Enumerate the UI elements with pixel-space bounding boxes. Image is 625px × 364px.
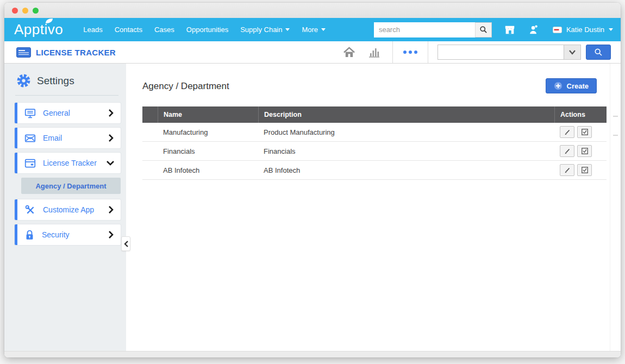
create-button[interactable]: Create bbox=[546, 78, 597, 93]
app-title-wrap: LICENSE TRACKER bbox=[16, 47, 116, 58]
sidebar-item-label: Security bbox=[42, 230, 70, 239]
pencil-icon bbox=[564, 166, 571, 174]
id-badge-icon bbox=[553, 27, 562, 33]
agency-department-table: Name Description Actions Manufacturing P… bbox=[142, 106, 607, 180]
tools-icon bbox=[24, 204, 36, 216]
chevron-right-icon bbox=[107, 205, 115, 214]
nav-item-more[interactable]: More bbox=[302, 26, 326, 34]
toggle-status-button[interactable] bbox=[577, 164, 592, 176]
user-name: Katie Dustin bbox=[566, 26, 604, 34]
chevron-left-icon bbox=[123, 240, 129, 248]
table-header-actions: Actions bbox=[554, 106, 607, 123]
chevron-down-icon bbox=[106, 159, 115, 167]
page-title: Agency / Department bbox=[142, 81, 607, 92]
table-row: Manufacturing Product Manufacturing bbox=[142, 123, 607, 142]
store-button[interactable] bbox=[504, 24, 516, 36]
user-menu[interactable]: Katie Dustin bbox=[553, 26, 613, 34]
scrollbar-mark bbox=[613, 116, 618, 117]
sidebar-item-label: Email bbox=[43, 134, 62, 142]
caret-down-icon bbox=[321, 28, 326, 31]
home-button[interactable] bbox=[343, 47, 355, 58]
sidebar-item-email[interactable]: Email bbox=[15, 128, 121, 148]
top-navbar: Apptivo Leads Contacts Cases Opportuniti… bbox=[4, 18, 621, 41]
person-icon bbox=[528, 24, 540, 36]
table-row: AB Infotech AB Infotech bbox=[142, 161, 607, 180]
app-window: Apptivo Leads Contacts Cases Opportuniti… bbox=[4, 3, 621, 357]
cell-description: Product Manufacturing bbox=[258, 128, 554, 136]
cell-name: Financials bbox=[158, 147, 258, 155]
home-icon bbox=[343, 47, 355, 58]
envelope-icon bbox=[24, 133, 36, 144]
app-window-icon bbox=[24, 158, 36, 169]
chevron-right-icon bbox=[107, 134, 115, 142]
checkbox-icon bbox=[581, 128, 589, 136]
app-header: LICENSE TRACKER bbox=[4, 41, 621, 64]
global-search-button[interactable] bbox=[475, 22, 492, 37]
nav-item-opportunities[interactable]: Opportunities bbox=[186, 26, 228, 34]
lock-icon bbox=[24, 229, 35, 241]
pencil-icon bbox=[564, 147, 571, 155]
store-icon bbox=[504, 24, 516, 36]
window-zoom-button[interactable] bbox=[33, 8, 39, 14]
sidebar-subitem-agency-department[interactable]: Agency / Department bbox=[21, 178, 121, 194]
chevron-right-icon bbox=[107, 109, 115, 117]
global-search bbox=[374, 22, 492, 37]
settings-header: Settings bbox=[4, 73, 126, 88]
sidebar-item-customize-app[interactable]: Customize App bbox=[15, 199, 121, 220]
nav-item-supply-chain[interactable]: Supply Chain bbox=[240, 26, 290, 34]
table-header-description: Description bbox=[258, 106, 554, 123]
caret-down-icon bbox=[609, 28, 613, 31]
table-header-spacer bbox=[142, 106, 158, 123]
toggle-status-button[interactable] bbox=[577, 145, 592, 157]
toggle-status-button[interactable] bbox=[577, 126, 592, 138]
edit-button[interactable] bbox=[560, 145, 574, 157]
pencil-icon bbox=[564, 128, 571, 136]
app-title: LICENSE TRACKER bbox=[36, 48, 116, 57]
table-header-row: Name Description Actions bbox=[142, 106, 607, 123]
sidebar-item-label: General bbox=[43, 109, 70, 117]
cell-actions bbox=[554, 126, 607, 138]
checkbox-icon bbox=[581, 166, 589, 174]
sidebar-item-label: License Tracker bbox=[43, 159, 97, 167]
more-options-button[interactable] bbox=[393, 41, 428, 63]
license-tracker-app-icon bbox=[16, 47, 31, 58]
settings-title: Settings bbox=[37, 75, 74, 87]
chevron-right-icon bbox=[107, 230, 115, 239]
toolbar-search-button[interactable] bbox=[586, 45, 611, 60]
user-status-button[interactable] bbox=[528, 24, 540, 36]
table-row: Financials Financials bbox=[142, 142, 607, 161]
apptivo-logo[interactable]: Apptivo bbox=[14, 21, 63, 38]
edit-button[interactable] bbox=[560, 126, 574, 138]
settings-sidebar: Settings General Email License Tracker A… bbox=[4, 64, 126, 351]
cell-actions bbox=[554, 145, 607, 157]
search-criteria-dropdown[interactable] bbox=[564, 45, 581, 60]
leaf-icon bbox=[45, 18, 53, 24]
toolbar-search-input[interactable] bbox=[438, 45, 564, 60]
nav-item-contacts[interactable]: Contacts bbox=[115, 26, 142, 34]
nav-item-cases[interactable]: Cases bbox=[154, 26, 174, 34]
cell-actions bbox=[554, 164, 607, 176]
global-search-input[interactable] bbox=[374, 22, 475, 37]
create-button-label: Create bbox=[567, 82, 589, 90]
window-close-button[interactable] bbox=[12, 8, 18, 14]
cell-description: AB Infotech bbox=[258, 166, 554, 174]
bar-chart-icon bbox=[367, 46, 380, 58]
logo-text: Apptivo bbox=[14, 21, 63, 37]
edit-button[interactable] bbox=[560, 164, 574, 176]
content-area: Settings General Email License Tracker A… bbox=[4, 64, 621, 351]
sidebar-item-security[interactable]: Security bbox=[15, 224, 121, 245]
checkbox-icon bbox=[581, 147, 589, 155]
caret-down-icon bbox=[285, 28, 290, 31]
sidebar-collapse-handle[interactable] bbox=[121, 236, 130, 251]
cell-name: Manufacturing bbox=[158, 128, 258, 136]
window-minimize-button[interactable] bbox=[22, 8, 28, 14]
chevron-down-icon bbox=[568, 49, 576, 55]
reports-button[interactable] bbox=[367, 46, 380, 58]
sidebar-item-general[interactable]: General bbox=[15, 103, 121, 123]
nav-item-leads[interactable]: Leads bbox=[83, 26, 102, 34]
toolbar-search bbox=[438, 45, 581, 60]
sidebar-item-license-tracker[interactable]: License Tracker bbox=[15, 153, 121, 173]
scrollbar-track[interactable] bbox=[610, 64, 621, 351]
plus-circle-icon bbox=[554, 81, 562, 90]
gear-icon bbox=[16, 73, 31, 88]
